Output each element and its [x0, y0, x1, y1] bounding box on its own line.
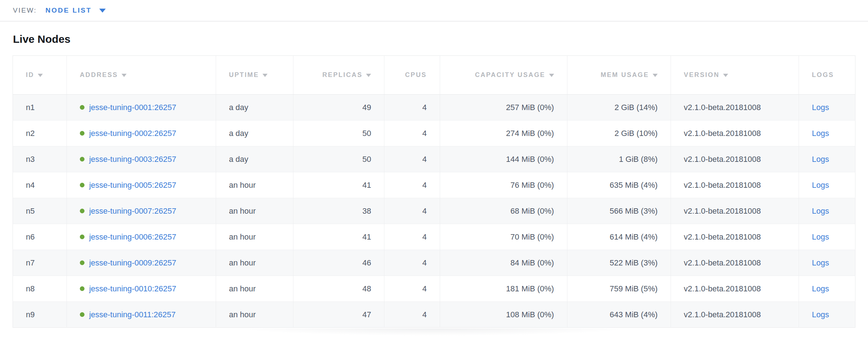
- cell-capacity: 257 MiB (0%): [440, 95, 567, 121]
- cell-logs: Logs: [799, 146, 855, 172]
- view-selector-dropdown[interactable]: NODE LIST: [46, 6, 106, 14]
- cell-address: jesse-tuning-0003:26257: [67, 146, 216, 172]
- cell-id: n9: [13, 302, 67, 328]
- cell-mem: 1 GiB (8%): [567, 146, 671, 172]
- cell-id: n2: [13, 121, 67, 146]
- col-header-label: VERSION: [684, 71, 719, 78]
- live-status-dot-icon: [80, 157, 84, 162]
- cell-uptime: an hour: [216, 302, 293, 328]
- col-header-label: CAPACITY USAGE: [475, 71, 545, 78]
- live-status-dot-icon: [80, 235, 84, 239]
- cell-mem: 643 MiB (4%): [567, 302, 671, 328]
- node-address-link[interactable]: jesse-tuning-0003:26257: [89, 155, 176, 164]
- cell-cpus: 4: [384, 276, 440, 302]
- cell-address: jesse-tuning-0006:26257: [67, 224, 216, 250]
- node-address-link[interactable]: jesse-tuning-0007:26257: [89, 206, 176, 215]
- node-address-link[interactable]: jesse-tuning-0009:26257: [89, 258, 176, 267]
- node-address-link[interactable]: jesse-tuning-0011:26257: [89, 310, 176, 319]
- col-header-label: LOGS: [812, 71, 834, 78]
- cell-id: n6: [13, 224, 67, 250]
- cell-cpus: 4: [384, 172, 440, 198]
- cell-logs: Logs: [799, 276, 855, 302]
- view-bar: VIEW: NODE LIST: [0, 0, 868, 22]
- col-header-mem[interactable]: MEM USAGE: [567, 56, 671, 95]
- cell-uptime: a day: [216, 121, 293, 146]
- sort-caret-icon: [38, 74, 43, 77]
- col-header-label: MEM USAGE: [600, 71, 649, 78]
- col-header-logs: LOGS: [799, 56, 855, 95]
- node-address-link[interactable]: jesse-tuning-0006:26257: [89, 232, 176, 241]
- cell-replicas: 41: [293, 224, 384, 250]
- cell-version: v2.1.0-beta.20181008: [671, 198, 799, 224]
- col-header-address[interactable]: ADDRESS: [67, 56, 216, 95]
- table-bottom-shadow: [168, 328, 700, 338]
- live-status-dot-icon: [80, 209, 84, 213]
- col-header-cpus: CPUS: [384, 56, 440, 95]
- cell-capacity: 68 MiB (0%): [440, 198, 567, 224]
- live-status-dot-icon: [80, 312, 84, 317]
- cell-mem: 2 GiB (10%): [567, 121, 671, 146]
- cell-capacity: 144 MiB (0%): [440, 146, 567, 172]
- cell-cpus: 4: [384, 198, 440, 224]
- node-logs-link[interactable]: Logs: [812, 181, 829, 190]
- cell-replicas: 50: [293, 146, 384, 172]
- col-header-capacity[interactable]: CAPACITY USAGE: [440, 56, 567, 95]
- page-title: Live Nodes: [0, 22, 868, 55]
- sort-caret-icon: [549, 74, 554, 77]
- cell-replicas: 38: [293, 198, 384, 224]
- cell-logs: Logs: [799, 95, 855, 121]
- live-status-dot-icon: [80, 260, 84, 265]
- node-address-link[interactable]: jesse-tuning-0005:26257: [89, 181, 176, 190]
- node-logs-link[interactable]: Logs: [812, 206, 829, 215]
- cell-replicas: 46: [293, 250, 384, 276]
- node-logs-link[interactable]: Logs: [812, 155, 829, 164]
- cell-cpus: 4: [384, 250, 440, 276]
- table-row: n6jesse-tuning-0006:26257an hour41470 Mi…: [13, 224, 855, 250]
- cell-uptime: an hour: [216, 224, 293, 250]
- cell-capacity: 76 MiB (0%): [440, 172, 567, 198]
- cell-address: jesse-tuning-0005:26257: [67, 172, 216, 198]
- col-header-version[interactable]: VERSION: [671, 56, 799, 95]
- node-address-link[interactable]: jesse-tuning-0002:26257: [89, 129, 176, 138]
- cell-logs: Logs: [799, 121, 855, 146]
- cell-address: jesse-tuning-0001:26257: [67, 95, 216, 121]
- col-header-replicas[interactable]: REPLICAS: [293, 56, 384, 95]
- sort-caret-icon: [653, 74, 658, 77]
- node-logs-link[interactable]: Logs: [812, 258, 829, 267]
- node-address-link[interactable]: jesse-tuning-0001:26257: [89, 103, 176, 112]
- node-logs-link[interactable]: Logs: [812, 103, 829, 112]
- view-label: VIEW:: [13, 6, 37, 14]
- sort-caret-icon: [366, 74, 371, 77]
- live-status-dot-icon: [80, 183, 84, 187]
- node-address-link[interactable]: jesse-tuning-0010:26257: [89, 284, 176, 293]
- table-row: n7jesse-tuning-0009:26257an hour46484 Mi…: [13, 250, 855, 276]
- cell-id: n3: [13, 146, 67, 172]
- cell-capacity: 181 MiB (0%): [440, 276, 567, 302]
- col-header-uptime[interactable]: UPTIME: [216, 56, 293, 95]
- cell-cpus: 4: [384, 302, 440, 328]
- cell-version: v2.1.0-beta.20181008: [671, 172, 799, 198]
- col-header-id[interactable]: ID: [13, 56, 67, 95]
- node-logs-link[interactable]: Logs: [812, 284, 829, 293]
- cell-uptime: an hour: [216, 250, 293, 276]
- col-header-label: CPUS: [405, 71, 426, 78]
- node-logs-link[interactable]: Logs: [812, 129, 829, 138]
- cell-cpus: 4: [384, 95, 440, 121]
- node-logs-link[interactable]: Logs: [812, 232, 829, 241]
- cell-replicas: 41: [293, 172, 384, 198]
- cell-mem: 635 MiB (4%): [567, 172, 671, 198]
- cell-cpus: 4: [384, 121, 440, 146]
- table-row: n4jesse-tuning-0005:26257an hour41476 Mi…: [13, 172, 855, 198]
- cell-capacity: 84 MiB (0%): [440, 250, 567, 276]
- node-logs-link[interactable]: Logs: [812, 310, 829, 319]
- sort-caret-icon: [122, 74, 127, 77]
- cell-uptime: a day: [216, 95, 293, 121]
- live-status-dot-icon: [80, 105, 84, 110]
- cell-uptime: an hour: [216, 276, 293, 302]
- cell-id: n4: [13, 172, 67, 198]
- cell-uptime: an hour: [216, 198, 293, 224]
- cell-version: v2.1.0-beta.20181008: [671, 224, 799, 250]
- caret-down-icon: [99, 9, 106, 13]
- cell-id: n1: [13, 95, 67, 121]
- live-status-dot-icon: [80, 286, 84, 291]
